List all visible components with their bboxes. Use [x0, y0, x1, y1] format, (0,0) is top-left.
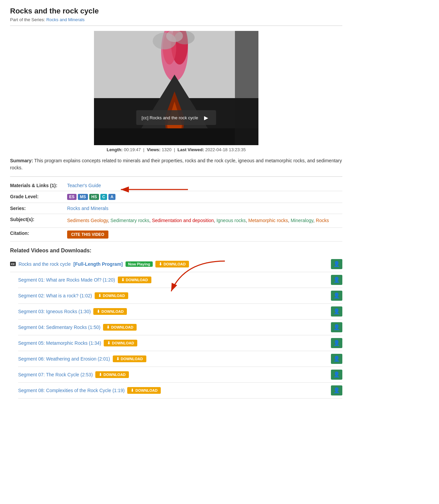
- download-label-0: DOWNLOAD: [163, 262, 186, 266]
- subject-geology[interactable]: Sediments Geology: [67, 218, 108, 223]
- download-button-4[interactable]: ⬇ DOWNLOAD: [103, 324, 137, 331]
- video-lastviewed: 2022-04-18 13:23:35: [205, 147, 246, 152]
- video-list-item-5: Segment 05: Metamorphic Rocks (1:34) ⬇ D…: [18, 335, 342, 351]
- sep5: ,: [288, 218, 291, 223]
- download-label-2: DOWNLOAD: [103, 294, 125, 298]
- video-item-inner-4: Segment 04: Sedimentary Rocks (1:50) ⬇ D…: [18, 324, 328, 331]
- views-label: Views:: [147, 147, 160, 152]
- video-item-inner-1: Segment 01: What are Rocks Made Of? (1:2…: [18, 277, 328, 283]
- subject-igneous-rocks[interactable]: Igneous rocks: [216, 218, 246, 223]
- video-play-overlay[interactable]: [cc] Rocks and the rock cycle ▶: [136, 110, 216, 125]
- download-label-8: DOWNLOAD: [135, 388, 157, 392]
- summary-label: Summary:: [10, 158, 33, 163]
- video-title-3[interactable]: Segment 03: Igneous Rocks (1:30): [18, 309, 91, 314]
- badge-hs: HS: [89, 194, 99, 200]
- download-icon-4: ⬇: [106, 325, 110, 330]
- sep6: ,: [313, 218, 316, 223]
- grade-level-label: Grade Level:: [10, 194, 64, 199]
- video-title-7[interactable]: Segment 07: The Rock Cycle (2:53): [18, 372, 93, 377]
- badge-a: A: [108, 194, 115, 200]
- video-list-item-6: Segment 06: Weathering and Erosion (2:01…: [18, 351, 342, 367]
- subject-rocks[interactable]: Rocks: [316, 218, 329, 223]
- cc-badge-0: cc: [10, 262, 16, 266]
- citation-value: CITE THIS VIDEO: [67, 230, 342, 239]
- svg-rect-12: [235, 31, 258, 145]
- download-icon-7: ⬇: [99, 372, 102, 377]
- download-button-0[interactable]: ⬇ DOWNLOAD: [155, 261, 189, 267]
- grade-badges-container: ES MS HS C A: [67, 194, 342, 200]
- materials-row: Materials & Links (1): Teacher's Guide: [10, 180, 342, 191]
- full-length-label: [Full-Length Program]: [74, 261, 123, 267]
- subject-sedimentation[interactable]: Sedimentation and deposition: [152, 218, 214, 223]
- download-button-5[interactable]: ⬇ DOWNLOAD: [104, 340, 137, 346]
- video-title-0[interactable]: Rocks and the rock cycle: [18, 261, 71, 267]
- download-icon-2: ⬇: [98, 293, 101, 298]
- play-button[interactable]: ▶: [201, 113, 211, 122]
- video-list-item-8: Segment 08: Complexities of the Rock Cyc…: [18, 383, 342, 398]
- video-list-item-1: Segment 01: What are Rocks Made Of? (1:2…: [18, 272, 342, 288]
- video-list-item-4: Segment 04: Sedimentary Rocks (1:50) ⬇ D…: [18, 320, 342, 335]
- related-section-title: Related Videos and Downloads:: [10, 248, 342, 254]
- video-list-item-2: Segment 02: What is a rock? (1:02) ⬇ DOW…: [18, 288, 342, 304]
- video-item-inner-0: cc Rocks and the rock cycle [Full-Length…: [10, 261, 328, 267]
- summary-text: This program explains concepts related t…: [10, 158, 342, 170]
- svg-rect-11: [94, 128, 258, 145]
- download-icon-6: ⬇: [116, 356, 119, 361]
- user-icon-btn-6[interactable]: 👤: [331, 354, 342, 364]
- video-item-inner-5: Segment 05: Metamorphic Rocks (1:34) ⬇ D…: [18, 340, 328, 346]
- lastviewed-label: Last Viewed:: [178, 147, 204, 152]
- badge-ms: MS: [78, 194, 88, 200]
- download-button-2[interactable]: ⬇ DOWNLOAD: [95, 292, 128, 299]
- user-icon-btn-2[interactable]: 👤: [331, 291, 342, 301]
- materials-row-container: Materials & Links (1): Teacher's Guide: [10, 180, 342, 191]
- user-icon-btn-1[interactable]: 👤: [331, 275, 342, 285]
- teachers-guide-link[interactable]: Teacher's Guide: [67, 183, 101, 188]
- citation-row: Citation: CITE THIS VIDEO: [10, 228, 342, 242]
- series-row-label: Series:: [10, 206, 64, 211]
- download-label-7: DOWNLOAD: [103, 373, 126, 377]
- download-icon-8: ⬇: [131, 388, 134, 393]
- video-item-inner-6: Segment 06: Weathering and Erosion (2:01…: [18, 355, 328, 362]
- user-icon-btn-8[interactable]: 👤: [331, 385, 342, 395]
- summary-section: Summary: This program explains concepts …: [10, 157, 342, 171]
- download-button-6[interactable]: ⬇ DOWNLOAD: [113, 355, 146, 362]
- sep1: ,: [108, 218, 110, 223]
- badge-c: C: [100, 194, 107, 200]
- subject-sedimentary-rocks[interactable]: Sedimentary rocks: [110, 218, 149, 223]
- materials-value: Teacher's Guide: [67, 183, 342, 188]
- video-item-inner-7: Segment 07: The Rock Cycle (2:53) ⬇ DOWN…: [18, 371, 328, 378]
- download-button-7[interactable]: ⬇ DOWNLOAD: [95, 371, 129, 378]
- video-title-6[interactable]: Segment 06: Weathering and Erosion (2:01…: [18, 356, 110, 362]
- video-container: [cc] Rocks and the rock cycle ▶ Length: …: [10, 31, 342, 152]
- video-meta: Length: 00:19:47 | Views: 1320 | Last Vi…: [107, 147, 246, 152]
- video-title-1[interactable]: Segment 01: What are Rocks Made Of? (1:2…: [18, 277, 115, 283]
- summary-divider: [10, 176, 342, 177]
- video-list-item-0: cc Rocks and the rock cycle [Full-Length…: [10, 256, 342, 272]
- subjects-row: Subject(s): Sediments Geology, Sedimenta…: [10, 214, 342, 228]
- download-icon-5: ⬇: [107, 341, 110, 345]
- video-thumbnail[interactable]: [cc] Rocks and the rock cycle ▶: [94, 31, 258, 145]
- download-button-3[interactable]: ⬇ DOWNLOAD: [93, 308, 127, 315]
- video-title-8[interactable]: Segment 08: Complexities of the Rock Cyc…: [18, 388, 125, 393]
- user-icon-btn-7[interactable]: 👤: [331, 370, 342, 380]
- subject-metamorphic-rocks[interactable]: Metamorphic rocks: [248, 218, 288, 223]
- sep3: ,: [214, 218, 216, 223]
- subjects-label: Subject(s):: [10, 217, 64, 222]
- video-title-2[interactable]: Segment 02: What is a rock? (1:02): [18, 293, 92, 298]
- download-label-1: DOWNLOAD: [126, 278, 148, 282]
- cite-button[interactable]: CITE THIS VIDEO: [67, 230, 108, 239]
- user-icon-btn-5[interactable]: 👤: [331, 338, 342, 348]
- subject-mineralogy[interactable]: Mineralogy: [291, 218, 313, 223]
- volcano-svg: [94, 31, 258, 145]
- series-link[interactable]: Rocks and Minerals: [46, 17, 85, 22]
- user-icon-btn-3[interactable]: 👤: [331, 306, 342, 317]
- download-button-1[interactable]: ⬇ DOWNLOAD: [118, 277, 151, 283]
- user-icon-btn-0[interactable]: 👤: [331, 259, 342, 269]
- page-title: Rocks and the rock cycle: [10, 7, 342, 15]
- user-icon-btn-4[interactable]: 👤: [331, 322, 342, 332]
- series-name-link[interactable]: Rocks and Minerals: [67, 206, 108, 211]
- download-button-8[interactable]: ⬇ DOWNLOAD: [127, 387, 161, 394]
- download-label-6: DOWNLOAD: [121, 357, 143, 361]
- video-title-4[interactable]: Segment 04: Sedimentary Rocks (1:50): [18, 325, 100, 330]
- video-title-5[interactable]: Segment 05: Metamorphic Rocks (1:34): [18, 340, 101, 346]
